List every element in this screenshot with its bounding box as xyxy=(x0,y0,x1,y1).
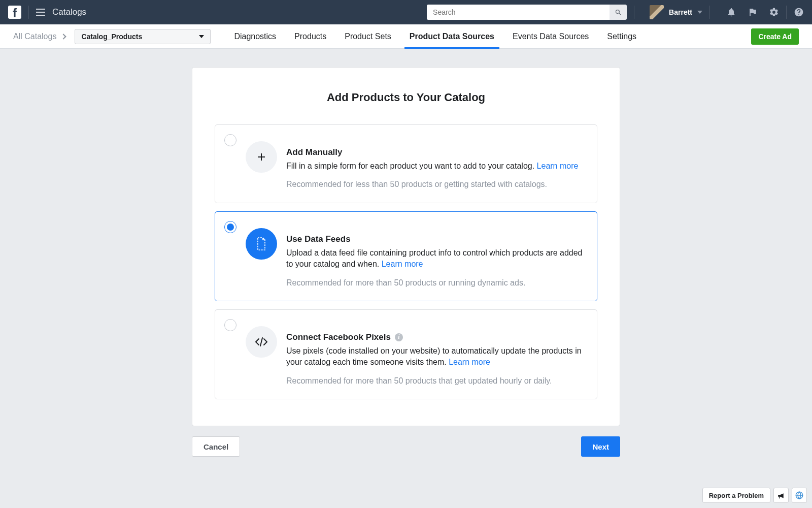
create-ad-button[interactable]: Create Ad xyxy=(751,28,799,45)
option-add-manually[interactable]: Add ManuallyFill in a simple form for ea… xyxy=(215,124,597,203)
add-products-panel: Add Products to Your Catalog Add Manuall… xyxy=(192,67,620,426)
facebook-logo[interactable]: f xyxy=(8,6,21,19)
option-recommendation: Recommended for more than 50 products or… xyxy=(286,277,588,289)
user-name: Barrett xyxy=(669,8,692,16)
chevron-down-icon xyxy=(697,11,702,14)
search-input[interactable] xyxy=(427,5,610,20)
notifications-icon[interactable] xyxy=(726,7,736,17)
radio[interactable] xyxy=(224,221,236,233)
gear-icon[interactable] xyxy=(769,7,779,17)
tab-product-data-sources[interactable]: Product Data Sources xyxy=(400,24,503,48)
report-problem-button[interactable]: Report a Problem xyxy=(702,488,770,503)
option-recommendation: Recommended for more than 50 products th… xyxy=(286,375,588,387)
option-connect-facebook-pixels[interactable]: Connect Facebook Pixels iUse pixels (cod… xyxy=(215,309,597,399)
panel-title: Add Products to Your Catalog xyxy=(192,91,620,104)
file-icon xyxy=(246,228,277,260)
divider xyxy=(634,6,634,19)
catalog-selector[interactable]: Catalog_Products xyxy=(75,29,211,44)
globe-icon[interactable] xyxy=(792,488,807,503)
catalog-selected-label: Catalog_Products xyxy=(81,33,142,41)
learn-more-link[interactable]: Learn more xyxy=(537,162,579,170)
divider xyxy=(786,6,787,19)
learn-more-link[interactable]: Learn more xyxy=(382,260,423,268)
divider xyxy=(709,6,710,19)
tab-events-data-sources[interactable]: Events Data Sources xyxy=(503,24,598,48)
option-description: Upload a data feed file containing produ… xyxy=(286,247,588,270)
search-button[interactable] xyxy=(610,5,627,20)
avatar xyxy=(650,5,664,19)
chevron-down-icon xyxy=(199,35,204,38)
plus-icon xyxy=(246,141,277,173)
global-topbar: f Catalogs Barrett xyxy=(0,0,812,24)
learn-more-link[interactable]: Learn more xyxy=(449,358,490,366)
catalog-subnav: All Catalogs Catalog_Products Diagnostic… xyxy=(0,24,812,49)
breadcrumb-label: All Catalogs xyxy=(13,32,56,41)
tab-products[interactable]: Products xyxy=(285,24,335,48)
option-recommendation: Recommended for less than 50 products or… xyxy=(286,179,588,190)
option-description: Fill in a simple form for each product y… xyxy=(286,161,588,172)
tab-settings[interactable]: Settings xyxy=(598,24,646,48)
flag-icon[interactable] xyxy=(748,7,758,17)
tab-diagnostics[interactable]: Diagnostics xyxy=(225,24,285,48)
search-icon xyxy=(615,9,622,16)
option-title: Add Manually xyxy=(286,147,588,157)
hamburger-menu-icon[interactable] xyxy=(36,9,45,16)
breadcrumb-all-catalogs[interactable]: All Catalogs xyxy=(13,32,65,41)
divider xyxy=(28,6,29,19)
chevron-right-icon xyxy=(61,34,66,39)
help-icon[interactable] xyxy=(794,7,804,17)
tab-product-sets[interactable]: Product Sets xyxy=(335,24,400,48)
account-menu[interactable]: Barrett xyxy=(650,5,702,19)
option-title: Use Data Feeds xyxy=(286,234,588,244)
option-use-data-feeds[interactable]: Use Data FeedsUpload a data feed file co… xyxy=(215,211,597,301)
cancel-button[interactable]: Cancel xyxy=(192,436,240,457)
radio[interactable] xyxy=(224,319,236,331)
megaphone-icon[interactable] xyxy=(773,488,789,503)
global-search xyxy=(427,5,627,20)
app-title: Catalogs xyxy=(52,7,86,17)
next-button[interactable]: Next xyxy=(581,436,620,457)
info-icon[interactable]: i xyxy=(395,333,403,341)
option-description: Use pixels (code installed on your websi… xyxy=(286,345,588,368)
code-icon xyxy=(246,326,277,358)
option-title: Connect Facebook Pixels i xyxy=(286,332,588,342)
radio[interactable] xyxy=(224,134,236,146)
